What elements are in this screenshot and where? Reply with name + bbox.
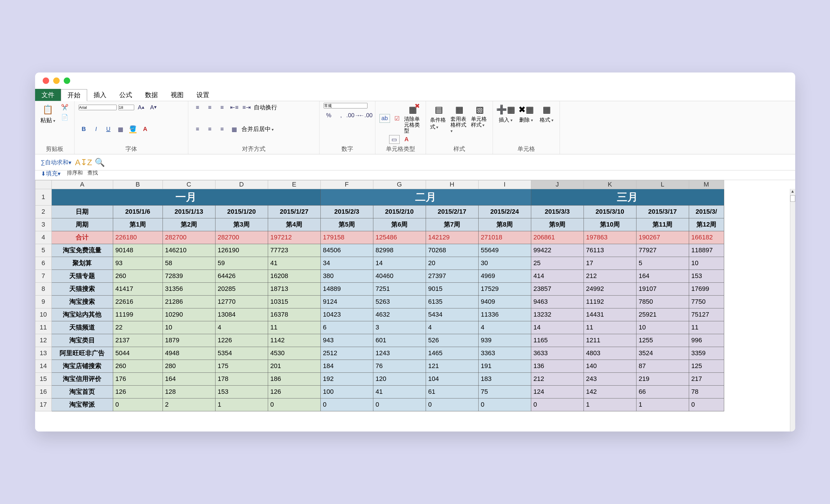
data-cell[interactable]: 1211 <box>583 334 636 347</box>
data-cell[interactable]: 164 <box>163 373 215 385</box>
data-cell[interactable]: 0 <box>268 398 320 411</box>
column-header-I[interactable]: I <box>478 180 531 189</box>
data-cell[interactable]: 601 <box>373 334 426 347</box>
data-cell[interactable]: 70268 <box>426 244 478 257</box>
data-cell[interactable]: 13084 <box>215 308 268 321</box>
data-cell[interactable]: 20 <box>426 257 478 270</box>
week-cell[interactable]: 第6周 <box>373 218 426 231</box>
total-cell[interactable]: 125486 <box>373 231 426 244</box>
copy-button[interactable]: 📄 <box>60 113 70 122</box>
increase-decimal-button[interactable]: .00→ <box>348 111 359 120</box>
data-cell[interactable]: 121 <box>426 359 478 373</box>
data-cell[interactable]: 17699 <box>689 282 724 295</box>
data-cell[interactable]: 153 <box>215 385 268 398</box>
row-header-14[interactable]: 14 <box>35 359 52 373</box>
conditional-format-button[interactable]: ▤ 条件格式 <box>430 103 448 130</box>
data-cell[interactable]: 164 <box>636 270 689 282</box>
row-header-7[interactable]: 7 <box>35 270 52 282</box>
data-cell[interactable]: 217 <box>689 373 724 385</box>
row-label[interactable]: 淘宝搜索 <box>52 295 113 308</box>
data-cell[interactable]: 14431 <box>583 308 636 321</box>
total-cell[interactable]: 282700 <box>215 231 268 244</box>
data-cell[interactable]: 219 <box>636 373 689 385</box>
fill-button[interactable]: ⬇ 填充 ▾ <box>39 169 62 178</box>
select-all-corner[interactable] <box>35 180 52 189</box>
week-cell[interactable]: 第7周 <box>426 218 478 231</box>
insert-cells-button[interactable]: ➕▦ 插入 <box>497 103 515 123</box>
menu-file[interactable]: 文件 <box>35 89 61 101</box>
data-cell[interactable]: 1465 <box>426 347 478 359</box>
data-cell[interactable]: 0 <box>531 398 583 411</box>
data-cell[interactable]: 25921 <box>636 308 689 321</box>
date-cell[interactable]: 2015/2/24 <box>478 205 531 218</box>
data-cell[interactable]: 11199 <box>113 308 163 321</box>
data-cell[interactable]: 4632 <box>373 308 426 321</box>
data-cell[interactable]: 55649 <box>478 244 531 257</box>
underline-button[interactable]: U <box>103 125 114 134</box>
data-cell[interactable]: 61 <box>426 385 478 398</box>
row-label[interactable]: 淘宝站内其他 <box>52 308 113 321</box>
data-cell[interactable]: 59 <box>215 257 268 270</box>
vertical-scrollbar[interactable]: ▲ <box>790 189 795 432</box>
menu-settings[interactable]: 设置 <box>190 89 216 101</box>
data-cell[interactable]: 4969 <box>478 270 531 282</box>
data-cell[interactable]: 11 <box>689 321 724 334</box>
align-middle-button[interactable]: ≡ <box>205 103 215 112</box>
data-cell[interactable]: 1 <box>583 398 636 411</box>
data-cell[interactable]: 10290 <box>163 308 215 321</box>
font-color-button[interactable]: A <box>140 125 151 134</box>
data-cell[interactable]: 124 <box>531 385 583 398</box>
data-cell[interactable]: 10 <box>163 321 215 334</box>
row-header-3[interactable]: 3 <box>35 218 52 231</box>
decrease-decimal-button[interactable]: ←.00 <box>360 111 371 120</box>
data-cell[interactable]: 3633 <box>531 347 583 359</box>
close-window-button[interactable] <box>43 77 49 84</box>
column-header-J[interactable]: J <box>531 180 583 189</box>
data-cell[interactable]: 16208 <box>268 270 320 282</box>
align-left-button[interactable]: ≡ <box>192 125 203 134</box>
data-cell[interactable]: 0 <box>320 398 373 411</box>
find-icon[interactable]: 🔍 <box>94 157 106 168</box>
data-cell[interactable]: 0 <box>373 398 426 411</box>
column-header-G[interactable]: G <box>373 180 426 189</box>
data-cell[interactable]: 4 <box>426 321 478 334</box>
column-header-L[interactable]: L <box>636 180 689 189</box>
data-cell[interactable]: 136 <box>531 359 583 373</box>
scroll-thumb[interactable] <box>790 195 795 202</box>
row-label[interactable]: 淘宝帮派 <box>52 398 113 411</box>
row-header-17[interactable]: 17 <box>35 398 52 411</box>
celltype-check-button[interactable]: ☑ <box>392 114 402 123</box>
date-cell[interactable]: 2015/3/ <box>689 205 724 218</box>
data-cell[interactable]: 9124 <box>320 295 373 308</box>
data-cell[interactable]: 943 <box>320 334 373 347</box>
total-cell[interactable]: 179158 <box>320 231 373 244</box>
data-cell[interactable]: 27397 <box>426 270 478 282</box>
total-cell[interactable]: 142129 <box>426 231 478 244</box>
data-cell[interactable]: 1142 <box>268 334 320 347</box>
data-cell[interactable]: 58 <box>163 257 215 270</box>
row-label[interactable]: 天猫专题 <box>52 270 113 282</box>
data-cell[interactable]: 9463 <box>531 295 583 308</box>
data-cell[interactable]: 4948 <box>163 347 215 359</box>
data-cell[interactable]: 153 <box>689 270 724 282</box>
data-cell[interactable]: 3359 <box>689 347 724 359</box>
total-cell[interactable]: 271018 <box>478 231 531 244</box>
date-cell[interactable]: 2015/3/3 <box>531 205 583 218</box>
month-header-1[interactable]: 一月 <box>52 189 320 205</box>
sort-filter-icon[interactable]: A↧Z <box>78 157 90 168</box>
delete-cells-button[interactable]: ✖▦ 删除 <box>517 103 535 123</box>
data-cell[interactable]: 5044 <box>113 347 163 359</box>
row-header-4[interactable]: 4 <box>35 231 52 244</box>
paste-button[interactable]: 📋 粘贴 <box>39 103 57 124</box>
data-cell[interactable]: 126190 <box>215 244 268 257</box>
data-cell[interactable]: 3524 <box>636 347 689 359</box>
total-cell[interactable]: 197212 <box>268 231 320 244</box>
scroll-up-arrow[interactable]: ▲ <box>790 189 795 193</box>
menu-insert[interactable]: 插入 <box>87 89 113 101</box>
cut-button[interactable]: ✂️ <box>60 103 70 112</box>
align-top-button[interactable]: ≡ <box>192 103 203 112</box>
column-header-B[interactable]: B <box>113 180 163 189</box>
date-cell[interactable]: 2015/1/20 <box>215 205 268 218</box>
row-header-12[interactable]: 12 <box>35 334 52 347</box>
date-cell[interactable]: 2015/1/13 <box>163 205 215 218</box>
